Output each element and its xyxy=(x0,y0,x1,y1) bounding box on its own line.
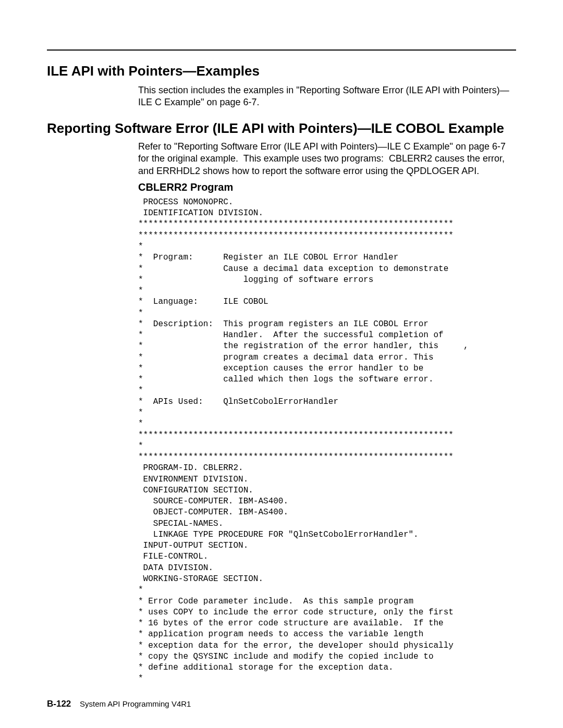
section-heading-1: ILE API with Pointers—Examples xyxy=(47,63,516,79)
page-footer: B-122 System API Programming V4R1 xyxy=(47,699,191,709)
horizontal-rule xyxy=(47,50,516,51)
program-heading: CBLERR2 Program xyxy=(138,180,516,194)
section-heading-2: Reporting Software Error (ILE API with P… xyxy=(47,120,516,137)
footer-title: System API Programming V4R1 xyxy=(80,699,191,708)
code-listing: PROCESS NOMONOPRC. IDENTIFICATION DIVISI… xyxy=(138,197,516,685)
page-number: B-122 xyxy=(47,699,71,709)
section-intro-1: This section includes the examples in "R… xyxy=(138,84,516,109)
section-intro-2: Refer to "Reporting Software Error (ILE … xyxy=(138,141,516,177)
